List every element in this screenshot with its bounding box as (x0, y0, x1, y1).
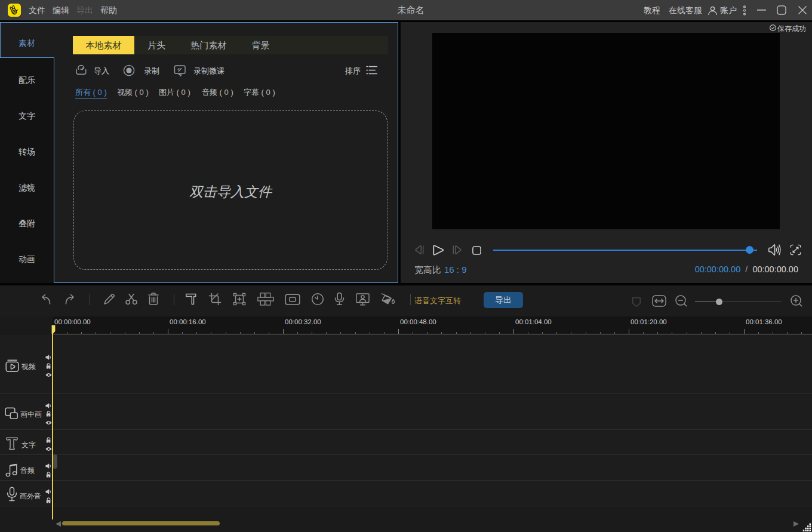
svg-text:00:00:32.00: 00:00:32.00 (285, 318, 321, 325)
svg-text:00:00:16.00: 00:00:16.00 (170, 318, 206, 325)
svg-text:00:00:00.00: 00:00:00.00 (54, 318, 91, 325)
svg-text:00:00:48.00: 00:00:48.00 (400, 318, 436, 325)
svg-text:00:01:04.00: 00:01:04.00 (515, 318, 552, 325)
svg-text:00:01:36.00: 00:01:36.00 (746, 318, 782, 325)
svg-text:00:01:20.00: 00:01:20.00 (630, 318, 667, 325)
